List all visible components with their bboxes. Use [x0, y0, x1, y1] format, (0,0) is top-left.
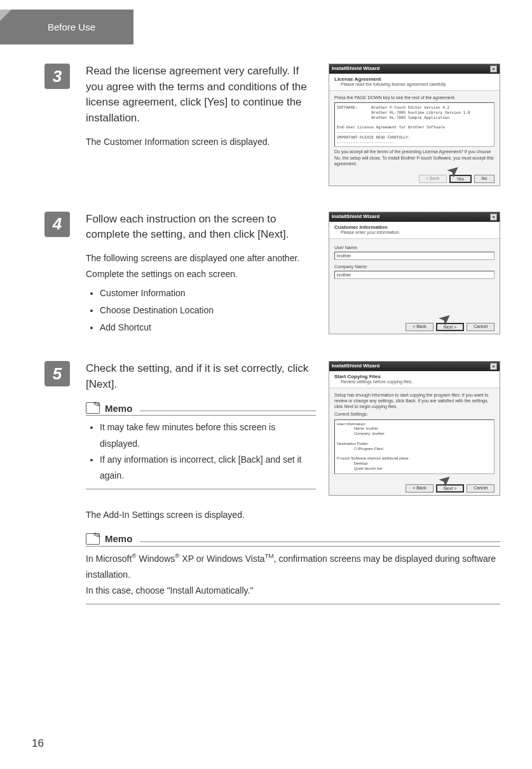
dialog-title: InstallShield Wizard [332, 214, 380, 221]
list-item: Choose Destination Location [100, 302, 316, 319]
memo-title: Memo [105, 533, 132, 544]
header-title: Before Use [48, 22, 95, 32]
dialog-subheading: Review settings before copying files. [334, 379, 494, 384]
cancel-button[interactable]: Cancel [467, 323, 494, 331]
customer-info-dialog: InstallShield Wizard × Customer Informat… [329, 212, 500, 334]
memo-item: It may take few minutes before this scre… [100, 419, 316, 451]
dialog-subheading: Please enter your information. [334, 230, 494, 235]
step-4: 4 Follow each instruction on the screen … [44, 212, 500, 336]
back-button: < Back [419, 175, 447, 183]
step-5-after: The Add-In Settings screen is displayed. [86, 507, 500, 523]
memo-icon [86, 533, 100, 545]
dialog-confirm: Do you accept all the terms of the prece… [334, 149, 494, 166]
dialog-hint: Press the PAGE DOWN key to see the rest … [334, 95, 494, 100]
dialog-heading: License Agreement [334, 76, 381, 82]
step-number-4: 4 [44, 212, 70, 237]
memo-rule [86, 489, 316, 489]
memo-box: Memo It may take few minutes before this… [86, 402, 316, 489]
memo-rule [140, 405, 316, 411]
dialog-heading: Customer Information [334, 224, 388, 230]
step-number-5: 5 [44, 361, 70, 386]
list-item: Customer Information [100, 285, 316, 302]
memo-rule [140, 536, 500, 542]
memo-text: In Microsoft® Windows® XP or Windows Vis… [86, 550, 500, 583]
no-button[interactable]: No [474, 175, 494, 183]
step-3: 3 Read the license agreement very carefu… [44, 64, 500, 186]
step-3-desc: Read the license agreement very carefull… [86, 64, 316, 126]
dialog-heading: Start Copying Files [334, 374, 381, 379]
settings-review-box[interactable]: User Information: Name: brother Company:… [334, 419, 494, 474]
step-4-sub: The following screens are displayed one … [86, 250, 316, 282]
page-content: 3 Read the license agreement very carefu… [44, 64, 500, 630]
start-copy-dialog: InstallShield Wizard × Start Copying Fil… [329, 361, 500, 495]
memo-text-part: XP or Windows Vista [179, 553, 264, 563]
license-dialog: InstallShield Wizard × License Agreement… [329, 64, 500, 186]
memo-text-2: In this case, choose "Install Automatica… [86, 583, 500, 599]
dialog-subheading: Please read the following license agreem… [334, 82, 494, 86]
header-tab: Before Use [0, 10, 133, 44]
memo-icon [86, 402, 100, 414]
memo-box-2: Memo In Microsoft® Windows® XP or Window… [86, 533, 500, 604]
step-5: 5 Check the setting, and if it is set co… [44, 361, 500, 604]
back-button[interactable]: < Back [406, 323, 433, 331]
close-icon[interactable]: × [490, 65, 497, 72]
list-item: Add Shortcut [100, 319, 316, 336]
step-number-3: 3 [44, 64, 70, 89]
registered-symbol: ® [132, 552, 136, 559]
step-5-desc: Check the setting, and if it is set corr… [86, 361, 316, 392]
memo-text-part: In Microsoft [86, 553, 132, 563]
username-label: User Name: [334, 245, 494, 250]
page-number: 16 [32, 737, 44, 750]
dialog-hint: Setup has enough information to start co… [334, 392, 494, 409]
cancel-button[interactable]: Cancel [467, 484, 494, 493]
dialog-title: InstallShield Wizard [332, 363, 380, 370]
license-text-box[interactable]: SOFTWARE: Brother P-touch Editor Version… [334, 102, 494, 147]
username-input[interactable]: brother [334, 252, 494, 260]
company-input[interactable]: brother [334, 271, 494, 279]
close-icon[interactable]: × [490, 214, 497, 221]
back-button[interactable]: < Back [406, 484, 433, 493]
memo-title: Memo [105, 403, 132, 414]
memo-item: If any information is incorrect, click [… [100, 452, 316, 484]
trademark-symbol: TM [265, 552, 274, 559]
current-settings-label: Current Settings: [334, 411, 494, 417]
step-4-desc: Follow each instruction on the screen to… [86, 212, 316, 243]
dialog-title: InstallShield Wizard [332, 65, 380, 72]
step-4-list: Customer Information Choose Destination … [86, 285, 316, 336]
header-corner-arrow [0, 10, 11, 21]
company-label: Company Name: [334, 264, 494, 269]
memo-text-part: Windows [137, 553, 175, 563]
close-icon[interactable]: × [490, 363, 497, 370]
step-3-sub: The Customer Information screen is displ… [86, 134, 316, 150]
memo-rule [86, 604, 500, 604]
